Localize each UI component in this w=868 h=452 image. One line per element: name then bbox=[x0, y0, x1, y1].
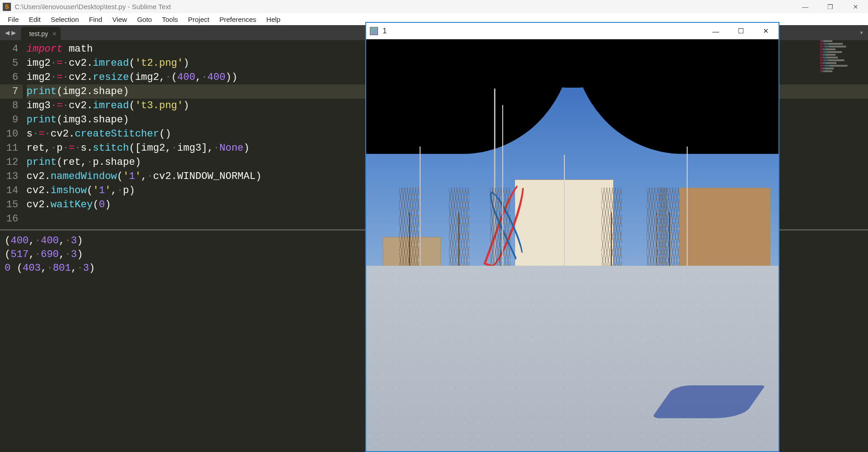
main-titlebar: S C:\Users\lenovouser\Desktop\test.py - … bbox=[0, 0, 868, 13]
maximize-button[interactable]: ❐ bbox=[818, 0, 843, 13]
menu-help[interactable]: Help bbox=[261, 15, 285, 24]
tab-label: test.py bbox=[29, 30, 48, 37]
menu-selection[interactable]: Selection bbox=[46, 15, 84, 24]
tab-nav: ◀ ▶ bbox=[0, 25, 21, 40]
menu-preferences[interactable]: Preferences bbox=[214, 15, 261, 24]
tab-nav-forward-icon[interactable]: ▶ bbox=[11, 29, 16, 36]
menu-file[interactable]: File bbox=[3, 15, 24, 24]
cv-image-canvas bbox=[366, 39, 779, 451]
menu-goto[interactable]: Goto bbox=[132, 15, 157, 24]
cv-window[interactable]: 1 — ☐ ✕ bbox=[365, 22, 779, 452]
cv-minimize-button[interactable]: — bbox=[703, 23, 728, 39]
main-window-controls: — ❐ ✕ bbox=[793, 0, 868, 13]
cv-maximize-button[interactable]: ☐ bbox=[728, 23, 753, 39]
menu-view[interactable]: View bbox=[107, 15, 132, 24]
cv-window-title: 1 bbox=[383, 27, 387, 35]
menu-project[interactable]: Project bbox=[183, 15, 215, 24]
minimize-button[interactable]: — bbox=[793, 0, 818, 13]
menu-edit[interactable]: Edit bbox=[24, 15, 46, 24]
cv-titlebar[interactable]: 1 — ☐ ✕ bbox=[366, 23, 779, 39]
cv-window-controls: — ☐ ✕ bbox=[703, 23, 779, 39]
app-icon: S bbox=[3, 3, 11, 11]
menu-tools[interactable]: Tools bbox=[157, 15, 183, 24]
close-button[interactable]: ✕ bbox=[843, 0, 868, 13]
line-number-gutter: 45678910111213141516 bbox=[0, 40, 23, 229]
cv-close-button[interactable]: ✕ bbox=[753, 23, 779, 39]
window-title: C:\Users\lenovouser\Desktop\test.py - Su… bbox=[15, 3, 171, 11]
tab-active[interactable]: test.py × bbox=[21, 27, 61, 40]
tab-overflow-icon[interactable]: ▾ bbox=[857, 25, 866, 40]
tab-close-icon[interactable]: × bbox=[53, 30, 56, 37]
cv-app-icon bbox=[370, 27, 378, 35]
menu-find[interactable]: Find bbox=[84, 15, 107, 24]
tab-nav-back-icon[interactable]: ◀ bbox=[5, 29, 10, 36]
